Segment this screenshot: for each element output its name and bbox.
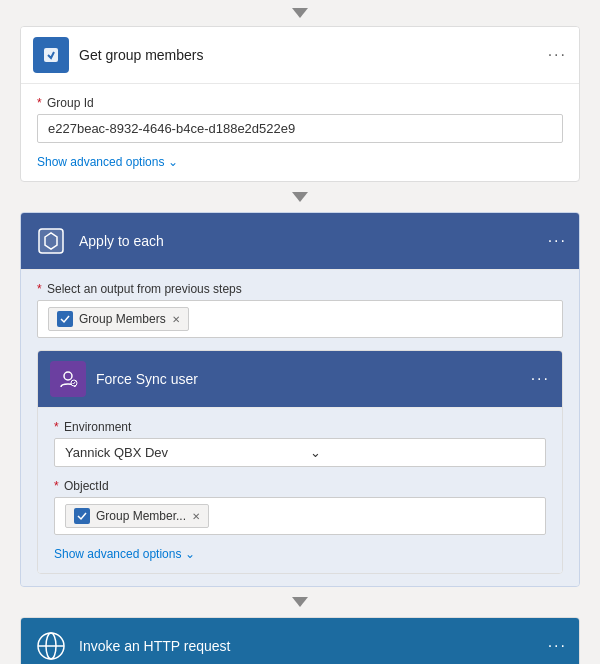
connector-arrow-2 <box>292 587 308 617</box>
apply-to-each-body: * Select an output from previous steps G… <box>21 270 579 586</box>
invoke-http-title: Invoke an HTTP request <box>79 638 538 654</box>
environment-field: * Environment Yannick QBX Dev ⌄ <box>54 420 546 467</box>
force-sync-show-advanced[interactable]: Show advanced options ⌄ <box>54 547 546 561</box>
show-advanced-options[interactable]: Show advanced options ⌄ <box>37 155 563 169</box>
environment-dropdown[interactable]: Yannick QBX Dev ⌄ <box>54 438 546 467</box>
get-group-members-header: Get group members ··· <box>21 27 579 84</box>
environment-dropdown-arrow: ⌄ <box>300 439 545 466</box>
object-tag-close-button[interactable]: ✕ <box>192 511 200 522</box>
object-id-tag: Group Member... ✕ <box>65 504 209 528</box>
object-id-label: * ObjectId <box>54 479 546 493</box>
svg-point-2 <box>64 372 72 380</box>
object-tag-icon <box>74 508 90 524</box>
get-group-members-dots[interactable]: ··· <box>548 46 567 64</box>
chevron-down-icon: ⌄ <box>168 155 178 169</box>
force-sync-header: Force Sync user ··· <box>38 351 562 408</box>
group-id-input[interactable] <box>37 114 563 143</box>
select-output-label: * Select an output from previous steps <box>37 282 563 296</box>
force-sync-card: Force Sync user ··· * Environment Yannic… <box>37 350 563 574</box>
force-sync-title: Force Sync user <box>96 371 521 387</box>
connector-arrow-1 <box>292 182 308 212</box>
svg-rect-0 <box>44 48 58 62</box>
get-group-members-card: Get group members ··· * Group Id Show ad… <box>20 26 580 182</box>
object-id-field: * ObjectId Group Member... <box>54 479 546 535</box>
apply-to-each-icon <box>33 223 69 259</box>
output-select-area[interactable]: Group Members ✕ <box>37 300 563 338</box>
select-output-field: * Select an output from previous steps G… <box>37 282 563 338</box>
force-sync-body: * Environment Yannick QBX Dev ⌄ * Object… <box>38 408 562 573</box>
invoke-http-icon <box>33 628 69 664</box>
apply-to-each-dots[interactable]: ··· <box>548 232 567 250</box>
apply-to-each-card: Apply to each ··· * Select an output fro… <box>20 212 580 587</box>
tag-close-button[interactable]: ✕ <box>172 314 180 325</box>
group-members-tag: Group Members ✕ <box>48 307 189 331</box>
invoke-http-dots[interactable]: ··· <box>548 637 567 655</box>
force-sync-icon <box>50 361 86 397</box>
get-group-members-body: * Group Id Show advanced options ⌄ <box>21 84 579 181</box>
get-group-members-icon <box>33 37 69 73</box>
top-connector-arrow <box>292 8 308 18</box>
group-id-label: * Group Id <box>37 96 563 110</box>
object-id-select-area[interactable]: Group Member... ✕ <box>54 497 546 535</box>
apply-to-each-header: Apply to each ··· <box>21 213 579 270</box>
group-id-field: * Group Id <box>37 96 563 143</box>
force-sync-dots[interactable]: ··· <box>531 370 550 388</box>
force-sync-chevron-down-icon: ⌄ <box>185 547 195 561</box>
required-star: * <box>37 96 42 110</box>
environment-label: * Environment <box>54 420 546 434</box>
get-group-members-title: Get group members <box>79 47 538 63</box>
invoke-http-header: Invoke an HTTP request ··· <box>21 618 579 664</box>
tag-icon <box>57 311 73 327</box>
apply-to-each-title: Apply to each <box>79 233 538 249</box>
invoke-http-card: Invoke an HTTP request ··· * Method GET … <box>20 617 580 664</box>
